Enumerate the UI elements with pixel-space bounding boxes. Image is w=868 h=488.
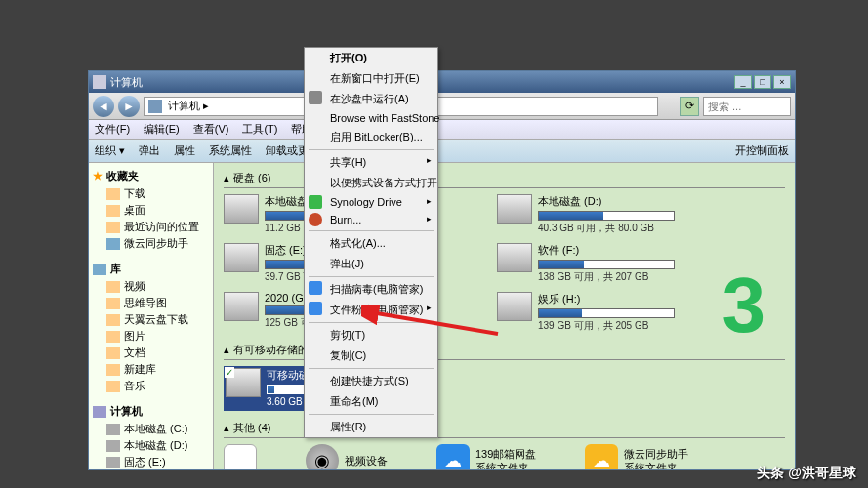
- nav-tree: ★收藏夹 下载 桌面 最近访问的位置 微云同步助手 库 视频 思维导图 天翼云盘…: [89, 163, 214, 469]
- sidebar-item-weiyun[interactable]: 微云同步助手: [91, 235, 211, 252]
- breadcrumb-label: 计算机 ▸: [168, 99, 209, 113]
- drive-icon: [224, 194, 259, 224]
- menu-tools[interactable]: 工具(T): [242, 122, 277, 137]
- sidebar-drive-c[interactable]: 本地磁盘 (C:): [91, 421, 211, 437]
- computer-head[interactable]: 计算机: [91, 402, 211, 421]
- computer-icon: [93, 406, 106, 418]
- drive-icon: [224, 243, 259, 272]
- drive-icon: [497, 292, 532, 321]
- other-139mail[interactable]: ☁ 139邮箱网盘系统文件夹: [436, 444, 536, 469]
- sidebar-item-documents[interactable]: 文档: [91, 345, 211, 361]
- close-button[interactable]: ×: [773, 75, 791, 89]
- sand-icon: [309, 91, 322, 104]
- search-input[interactable]: [703, 97, 791, 116]
- library-head[interactable]: 库: [91, 260, 211, 278]
- other-video-device[interactable]: ◉ 视频设备: [306, 444, 388, 469]
- drive-icon: [106, 424, 120, 435]
- minimize-button[interactable]: _: [734, 75, 752, 89]
- ctx-以便携式设备方式打开[interactable]: 以便携式设备方式打开: [305, 173, 437, 193]
- shield-icon: [309, 302, 322, 315]
- camera-icon: ◉: [306, 444, 339, 469]
- sidebar-item-desktop[interactable]: 桌面: [91, 202, 211, 219]
- ctx-复制c[interactable]: 复制(C): [305, 346, 437, 366]
- blank-icon: [224, 444, 257, 469]
- drive-f[interactable]: 软件 (F:) 138 GB 可用，共 207 GB: [497, 243, 692, 284]
- star-icon: ★: [93, 170, 103, 183]
- ctx-格式化a[interactable]: 格式化(A)...: [305, 233, 437, 254]
- tool-eject[interactable]: 弹出: [139, 143, 160, 158]
- watermark: 头条 @洪哥星球: [757, 465, 856, 482]
- sidebar-drive-d[interactable]: 本地磁盘 (D:): [91, 437, 211, 454]
- ctx-属性r[interactable]: 属性(R): [305, 417, 437, 437]
- menu-file[interactable]: 文件(F): [95, 122, 130, 137]
- ctx-在新窗口中打开e[interactable]: 在新窗口中打开(E): [305, 68, 437, 89]
- ctx-browsewithfaststone[interactable]: Browse with FastStone: [305, 109, 437, 127]
- tool-properties[interactable]: 属性: [174, 143, 195, 158]
- sidebar-item-mindmap[interactable]: 思维导图: [91, 295, 211, 311]
- tool-system-properties[interactable]: 系统属性: [209, 143, 252, 158]
- cloud-icon: ☁: [585, 444, 618, 469]
- back-button[interactable]: ◄: [93, 96, 114, 117]
- sidebar-drive-e[interactable]: 固态 (E:): [91, 454, 211, 469]
- sidebar-item-downloads[interactable]: 下载: [91, 185, 211, 202]
- cloud-icon: [106, 238, 120, 250]
- tool-uninstall[interactable]: 卸载或更: [266, 143, 309, 158]
- forward-button[interactable]: ►: [118, 96, 140, 117]
- annotation-step-3: 3: [723, 261, 766, 350]
- nav-toolbar: ◄ ► 计算机 ▸ ⟳: [89, 93, 795, 120]
- ctx-在沙盘中运行a[interactable]: 在沙盘中运行(A): [305, 89, 437, 109]
- drive-icon: ✓: [226, 368, 261, 397]
- menubar: 文件(F) 编辑(E) 查看(V) 工具(T) 帮助(H): [89, 120, 795, 140]
- library-icon: [93, 264, 106, 275]
- toolbar: 组织 ▾ 弹出 属性 系统属性 卸载或更 开控制面板: [89, 140, 795, 163]
- menu-view[interactable]: 查看(V): [193, 122, 229, 137]
- folder-icon: [106, 347, 120, 359]
- ctx-重命名m[interactable]: 重命名(M): [305, 391, 437, 412]
- folder-icon: [106, 381, 120, 392]
- menu-edit[interactable]: 编辑(E): [144, 122, 180, 137]
- titlebar[interactable]: 计算机 _ □ ×: [89, 71, 795, 93]
- drive-icon: [224, 292, 259, 321]
- drive-icon: [106, 457, 120, 468]
- sidebar-item-music[interactable]: 音乐: [91, 378, 211, 394]
- drive-icon: [106, 440, 120, 452]
- ctx-启用bitlockerb[interactable]: 启用 BitLocker(B)...: [305, 127, 437, 147]
- content-pane: 3 ▴硬盘 (6) 本地磁盘 (C:) 11.2 GB 可用 本地磁盘 (D:): [214, 163, 795, 469]
- other-blank[interactable]: [224, 444, 257, 469]
- ctx-文件粉碎电脑管家[interactable]: 文件粉碎(电脑管家): [305, 300, 437, 320]
- ctx-synologydrive[interactable]: Synology Drive: [305, 193, 437, 211]
- folder-icon: [106, 314, 120, 326]
- sidebar-item-newlib[interactable]: 新建库: [91, 361, 211, 378]
- drive-icon: [497, 194, 532, 224]
- sidebar-item-pictures[interactable]: 图片: [91, 328, 211, 345]
- ctx-剪切t[interactable]: 剪切(T): [305, 325, 437, 346]
- ctx-扫描病毒电脑管家[interactable]: 扫描病毒(电脑管家): [305, 279, 437, 300]
- ctx-打开o[interactable]: 打开(O): [305, 48, 437, 68]
- ctx-共享h[interactable]: 共享(H): [305, 152, 437, 173]
- folder-icon: [106, 188, 120, 200]
- burn-icon: [309, 213, 322, 226]
- folder-icon: [106, 205, 120, 217]
- ctx-burn[interactable]: Burn...: [305, 211, 437, 228]
- syno-icon: [309, 195, 322, 209]
- refresh-button[interactable]: ⟳: [680, 97, 699, 116]
- computer-icon: [148, 100, 162, 113]
- ctx-弹出j[interactable]: 弹出(J): [305, 254, 437, 274]
- drive-icon: [497, 243, 532, 272]
- tool-organize[interactable]: 组织 ▾: [95, 143, 125, 158]
- maximize-button[interactable]: □: [754, 75, 771, 89]
- sidebar-item-recent[interactable]: 最近访问的位置: [91, 219, 211, 235]
- drive-h[interactable]: 娱乐 (H:) 139 GB 可用，共 205 GB: [497, 292, 692, 333]
- favorites-head[interactable]: ★收藏夹: [91, 167, 211, 185]
- sidebar-item-video[interactable]: 视频: [91, 278, 211, 295]
- drive-d[interactable]: 本地磁盘 (D:) 40.3 GB 可用，共 80.0 GB: [497, 194, 692, 235]
- other-weiyun[interactable]: ☁ 微云同步助手系统文件夹: [585, 444, 688, 469]
- folder-icon: [106, 364, 120, 376]
- folder-icon: [106, 331, 120, 343]
- folder-icon: [106, 298, 120, 309]
- ctx-创建快捷方式s[interactable]: 创建快捷方式(S): [305, 371, 437, 391]
- sidebar-item-tianyi[interactable]: 天翼云盘下载: [91, 311, 211, 328]
- folder-icon: [106, 222, 120, 233]
- folder-icon: [106, 281, 120, 293]
- tool-control-panel[interactable]: 开控制面板: [735, 143, 789, 158]
